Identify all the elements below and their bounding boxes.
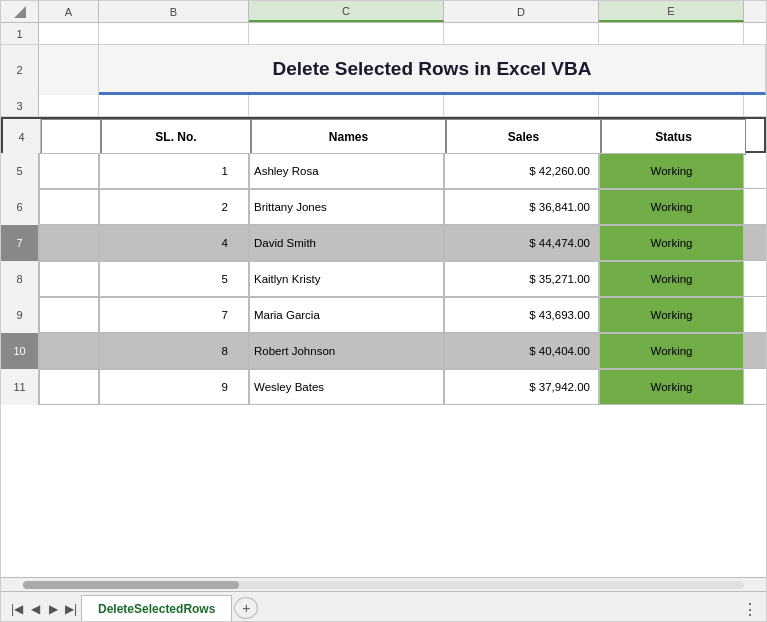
cell-sales[interactable]: $ 37,942.00 (444, 369, 599, 405)
data-rows: 51Ashley Rosa$ 42,260.00Working62Brittan… (1, 153, 766, 405)
row-num: 9 (1, 297, 39, 333)
cell-a[interactable] (39, 333, 99, 369)
tab-first-btn[interactable]: |◀ (9, 601, 25, 617)
col-header-b[interactable]: B (99, 1, 249, 22)
row-num: 10 (1, 333, 39, 369)
cell-name[interactable]: Maria Garcia (249, 297, 444, 333)
corner-header (1, 1, 39, 22)
tab-prev-btn[interactable]: ◀ (27, 601, 43, 617)
grid-row-2: 2 Delete Selected Rows in Excel VBA (1, 45, 766, 95)
title-cell: Delete Selected Rows in Excel VBA (99, 45, 766, 95)
spreadsheet: A B C D E 1 2 Delete Selected Rows in Ex… (0, 0, 767, 622)
cell-sl-no[interactable]: 5 (99, 261, 249, 297)
cell-e3[interactable] (599, 95, 744, 116)
cell-sl-no[interactable]: 1 (99, 153, 249, 189)
table-row: 74David Smith$ 44,474.00Working (1, 225, 766, 261)
active-tab[interactable]: DeleteSelectedRows (81, 595, 232, 621)
header-names: Names (251, 119, 446, 155)
cell-name[interactable]: Brittany Jones (249, 189, 444, 225)
cell-status[interactable]: Working (599, 261, 744, 297)
row-num-1: 1 (1, 23, 39, 44)
cell-name[interactable]: David Smith (249, 225, 444, 261)
table-row: 85Kaitlyn Kristy$ 35,271.00Working (1, 261, 766, 297)
add-sheet-btn[interactable]: + (234, 597, 258, 619)
cell-status[interactable]: Working (599, 297, 744, 333)
cell-e1[interactable] (599, 23, 744, 44)
cell-status[interactable]: Working (599, 333, 744, 369)
cell-name[interactable]: Wesley Bates (249, 369, 444, 405)
row-num: 5 (1, 153, 39, 189)
cell-a3[interactable] (39, 95, 99, 116)
cell-status[interactable]: Working (599, 153, 744, 189)
cell-sales[interactable]: $ 35,271.00 (444, 261, 599, 297)
cell-b1[interactable] (99, 23, 249, 44)
grid-row-3: 3 (1, 95, 766, 117)
cell-sl-no[interactable]: 4 (99, 225, 249, 261)
cell-sl-no[interactable]: 2 (99, 189, 249, 225)
cell-sl-no[interactable]: 8 (99, 333, 249, 369)
tab-bar: |◀ ◀ ▶ ▶| DeleteSelectedRows + ⋮ (1, 591, 766, 621)
row-num-3: 3 (1, 95, 39, 116)
tab-last-btn[interactable]: ▶| (63, 601, 79, 617)
grid-row-4: 4 SL. No. Names Sales Status (1, 117, 766, 153)
cell-sales[interactable]: $ 42,260.00 (444, 153, 599, 189)
cell-a[interactable] (39, 225, 99, 261)
header-sl-no: SL. No. (101, 119, 251, 155)
cell-name[interactable]: Ashley Rosa (249, 153, 444, 189)
cell-d3[interactable] (444, 95, 599, 116)
grid-body: 1 2 Delete Selected Rows in Excel VBA 3 … (1, 23, 766, 577)
cell-a[interactable] (39, 297, 99, 333)
tab-label: DeleteSelectedRows (98, 602, 215, 616)
row-num: 7 (1, 225, 39, 261)
header-sales: Sales (446, 119, 601, 155)
cell-sales[interactable]: $ 44,474.00 (444, 225, 599, 261)
cell-c1[interactable] (249, 23, 444, 44)
cell-a1[interactable] (39, 23, 99, 44)
table-row: 119Wesley Bates$ 37,942.00Working (1, 369, 766, 405)
cell-sales[interactable]: $ 43,693.00 (444, 297, 599, 333)
tab-nav: |◀ ◀ ▶ ▶| (9, 601, 79, 617)
scrollbar-area (1, 577, 766, 591)
cell-a2[interactable] (39, 45, 99, 95)
row-num: 6 (1, 189, 39, 225)
cell-d1[interactable] (444, 23, 599, 44)
col-header-d[interactable]: D (444, 1, 599, 22)
col-header-a[interactable]: A (39, 1, 99, 22)
cell-b3[interactable] (99, 95, 249, 116)
cell-status[interactable]: Working (599, 189, 744, 225)
row-num: 8 (1, 261, 39, 297)
cell-a[interactable] (39, 189, 99, 225)
cell-name[interactable]: Kaitlyn Kristy (249, 261, 444, 297)
col-header-c[interactable]: C (249, 1, 444, 22)
grid-row-1: 1 (1, 23, 766, 45)
svg-marker-0 (14, 6, 26, 18)
cell-name[interactable]: Robert Johnson (249, 333, 444, 369)
row-num-2: 2 (1, 45, 39, 95)
tab-next-btn[interactable]: ▶ (45, 601, 61, 617)
cell-sales[interactable]: $ 40,404.00 (444, 333, 599, 369)
col-header-e[interactable]: E (599, 1, 744, 22)
table-row: 97Maria Garcia$ 43,693.00Working (1, 297, 766, 333)
row-num-4: 4 (3, 119, 41, 155)
cell-sl-no[interactable]: 7 (99, 297, 249, 333)
table-row: 51Ashley Rosa$ 42,260.00Working (1, 153, 766, 189)
cell-c3[interactable] (249, 95, 444, 116)
cell-status[interactable]: Working (599, 369, 744, 405)
cell-sales[interactable]: $ 36,841.00 (444, 189, 599, 225)
cell-a[interactable] (39, 261, 99, 297)
cell-sl-no[interactable]: 9 (99, 369, 249, 405)
cell-a[interactable] (39, 153, 99, 189)
cell-status[interactable]: Working (599, 225, 744, 261)
cell-a4[interactable] (41, 119, 101, 155)
header-status: Status (601, 119, 746, 155)
table-row: 108Robert Johnson$ 40,404.00Working (1, 333, 766, 369)
row-num: 11 (1, 369, 39, 405)
table-row: 62Brittany Jones$ 36,841.00Working (1, 189, 766, 225)
cell-a[interactable] (39, 369, 99, 405)
column-headers: A B C D E (1, 1, 766, 23)
tab-bar-right: ⋮ (742, 600, 766, 619)
